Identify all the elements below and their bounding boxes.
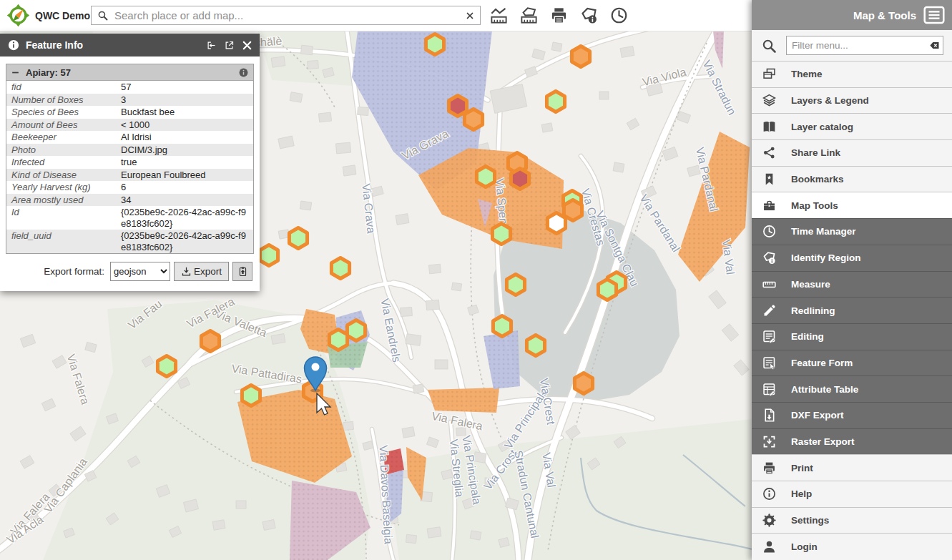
attr-table-icon [762,382,777,397]
panel-title: Feature Info [26,39,200,51]
sidebar-item-time-manager[interactable]: Time Manager [752,218,952,245]
sidebar-item-share-link[interactable]: Share Link [752,139,952,166]
sidebar-header: Map & Tools [752,0,952,30]
time-manager-button[interactable] [608,4,630,26]
app: Via DarschälèMuttaVia GravaVia CravaVia … [0,0,952,560]
qwc-logo-icon [6,4,30,27]
attribute-label: Number of Boxes [6,94,114,107]
attribute-row: Yearly Harvest (kg)6 [6,181,253,194]
detach-window-button[interactable] [222,39,236,52]
sidebar-item-theme[interactable]: Theme [752,61,952,87]
search-clear-button[interactable] [460,11,480,20]
layers-icon [762,93,777,108]
sidebar-item-identify-region[interactable]: Identify Region [752,245,952,271]
close-button[interactable] [240,39,254,52]
attribute-value: {0235be9c-2026-42ac-a99c-f9e8183fc602} [114,206,253,230]
attribute-row: Amount of Bees< 1000 [6,119,253,132]
clock-icon [762,224,777,239]
print-button[interactable] [548,4,570,26]
attribute-value: true [114,156,253,169]
sidebar-item-bookmarks[interactable]: Bookmarks [752,166,952,192]
apiary-hex-marker[interactable] [242,385,260,406]
measure-button[interactable] [488,4,510,26]
attribute-value: DCIM/3.jpg [114,144,253,157]
sidebar-item-editing[interactable]: Editing [752,323,952,350]
feature-group-title: Apiary: 57 [26,67,238,78]
apiary-hex-marker[interactable] [493,316,511,337]
apiary-hex-marker[interactable] [201,331,219,352]
sidebar-item-attribute-table[interactable]: Attribute Table [752,375,952,402]
feature-info-header: Feature Info [0,34,260,57]
apiary-hex-marker[interactable] [289,228,307,249]
attribute-value: {0235be9c-2026-42ac-a99c-f9e8183fc602} [114,230,253,253]
print-icon [549,6,569,25]
apiary-hex-marker[interactable] [547,213,565,234]
apiary-hex-marker[interactable] [476,167,494,187]
attribute-row: Kind of DiseaseEuropean Foulbreed [6,169,253,182]
feature-group-header[interactable]: Apiary: 57 [6,64,253,81]
apiary-hex-marker[interactable] [511,169,529,190]
apiary-hex-marker[interactable] [426,34,443,55]
copy-to-clipboard-button[interactable] [232,262,252,281]
menu-filter-input[interactable] [786,36,943,55]
dock-button[interactable] [205,39,218,52]
apiary-hex-marker[interactable] [546,92,564,112]
external-window-icon [224,40,235,51]
app-logo: QWC Demo [0,4,91,27]
apiary-hex-marker[interactable] [506,275,524,295]
apiary-hex-marker[interactable] [260,245,278,266]
dock-icon [206,40,217,51]
collapse-icon [11,68,20,77]
apiary-hex-marker[interactable] [598,280,616,300]
clock-icon [609,6,629,25]
sidebar-menu: Theme Layers & Legend Layer catalog Shar… [752,61,952,560]
attribute-label: Beekeeper [6,131,114,144]
menu-toggle-button[interactable] [923,6,945,24]
apiary-hex-marker[interactable] [347,320,365,341]
identify-region-button[interactable] [578,4,600,26]
attribute-label: Yearly Harvest (kg) [6,181,114,194]
sidebar-item-settings[interactable]: Settings [752,507,952,534]
sidebar-item-measure[interactable]: Measure [752,271,952,298]
attribute-label: Infected [6,156,114,169]
apiary-hex-marker[interactable] [574,373,592,394]
sidebar-item-login[interactable]: Login [752,533,952,559]
sidebar-item-raster-export[interactable]: Raster Export [752,428,952,455]
sidebar-item-feature-form[interactable]: Feature Form [752,350,952,376]
gear-icon [762,513,777,528]
export-row: Export format: geojson Export [6,254,254,285]
sidebar-item-print[interactable]: Print [752,454,952,481]
apiary-hex-marker[interactable] [571,46,589,67]
sidebar-item-layer-catalog[interactable]: Layer catalog [752,113,952,139]
apiary-hex-marker[interactable] [329,330,347,350]
attribute-value: Buckfast bee [114,106,253,119]
sidebar-item-dxf-export[interactable]: DXF Export [752,402,952,428]
apiary-hex-marker[interactable] [464,109,482,130]
sidebar: Map & Tools Theme Layers & Legend Layer … [752,0,952,560]
apiary-hex-marker[interactable] [331,258,349,279]
attribute-row: fid57 [6,81,253,94]
measure-area-button[interactable] [518,4,540,26]
sidebar-item-help[interactable]: Help [752,481,952,507]
filter-clear-icon[interactable] [928,39,941,51]
export-format-select[interactable]: geojson [110,262,170,281]
toolbox-icon [762,198,777,213]
measure-line-icon [489,6,509,25]
export-button[interactable]: Export [174,262,229,281]
sidebar-item-redlining[interactable]: Redlining [752,297,952,323]
search-input[interactable] [113,9,460,22]
attribute-value: Al Idrisi [114,131,253,144]
bookmark-icon [762,172,777,187]
clipboard-icon [237,266,248,277]
attribute-value: 57 [114,81,253,94]
sidebar-item-map-tools[interactable]: Map Tools [752,192,952,218]
apiary-hex-marker[interactable] [526,335,544,356]
sidebar-item-layers-legend[interactable]: Layers & Legend [752,87,952,114]
attribute-row: field_uuid{0235be9c-2026-42ac-a99c-f9e81… [6,230,253,253]
apiary-hex-marker[interactable] [157,356,175,377]
attribute-label: Id [6,206,114,230]
apiary-hex-marker[interactable] [492,224,510,245]
attribute-value: < 1000 [114,119,253,132]
attribute-row: Area mostly used34 [6,194,253,207]
topbar: QWC Demo [0,0,752,31]
